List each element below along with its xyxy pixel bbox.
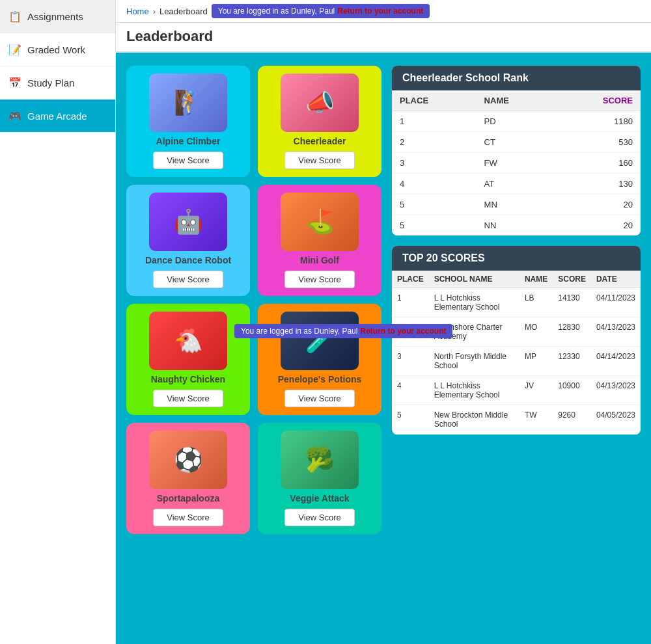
top20-score: 10900 bbox=[553, 376, 591, 405]
top20-name: TW bbox=[519, 405, 553, 435]
login-text: You are logged in as Dunley, Paul bbox=[218, 7, 335, 16]
view-score-mini-golf[interactable]: View Score bbox=[284, 271, 355, 288]
rank-place: 2 bbox=[392, 132, 477, 153]
game-name-alpine-climber: Alpine Climber bbox=[156, 136, 221, 146]
rank-name: FW bbox=[477, 153, 554, 174]
page-title: Leaderboard bbox=[126, 28, 641, 45]
top20-col-score: SCORE bbox=[553, 271, 591, 288]
top20-date: 04/05/2023 bbox=[591, 405, 641, 435]
top20-score: 9260 bbox=[553, 405, 591, 435]
top20-table-row: 3 North Forsyth Middle School MP 12330 0… bbox=[392, 347, 641, 376]
login-notification: You are logged in as Dunley, Paul Return… bbox=[212, 4, 430, 18]
rank-table-row: 4 AT 130 bbox=[392, 174, 641, 195]
top20-table-row: 1 L L Hotchkiss Elementary School LB 141… bbox=[392, 288, 641, 317]
game-card-mini-golf[interactable]: ⛳ Mini Golf View Score bbox=[258, 185, 381, 296]
top20-date: 04/14/2023 bbox=[591, 347, 641, 376]
top20-school: L L Hotchkiss Elementary School bbox=[429, 376, 519, 405]
sidebar-label-game-arcade: Game Arcade bbox=[27, 111, 87, 122]
notification-banner: You are logged in as Dunley, Paul Return… bbox=[234, 324, 452, 338]
top20-table: PLACE SCHOOL NAME NAME SCORE DATE 1 L L … bbox=[392, 271, 641, 435]
top20-col-place: PLACE bbox=[392, 271, 429, 288]
view-score-cheerleader[interactable]: View Score bbox=[284, 152, 355, 169]
top20-score: 12330 bbox=[553, 347, 591, 376]
return-to-account-link[interactable]: Return to your account bbox=[337, 7, 423, 16]
sidebar-item-assignments[interactable]: 📋 Assignments bbox=[0, 0, 115, 33]
view-score-veggie-attack[interactable]: View Score bbox=[284, 509, 355, 526]
rank-place: 5 bbox=[392, 195, 477, 215]
rank-col-place: PLACE bbox=[392, 90, 477, 111]
content-area: 🧗 Alpine Climber View Score 📣 Cheerleade… bbox=[116, 53, 651, 547]
rank-score: 20 bbox=[553, 215, 641, 236]
rank-table-row: 5 MN 20 bbox=[392, 195, 641, 215]
graded-work-icon: 📝 bbox=[8, 42, 22, 57]
view-score-sportapalooza[interactable]: View Score bbox=[153, 509, 223, 526]
view-score-dance-dance-robot[interactable]: View Score bbox=[153, 271, 223, 288]
breadcrumb-current: Leaderboard bbox=[159, 7, 208, 16]
rank-score: 160 bbox=[553, 153, 641, 174]
top20-school: North Forsyth Middle School bbox=[429, 347, 519, 376]
cheerleader-rank-panel: Cheerleader School Rank PLACE NAME SCORE… bbox=[392, 66, 641, 235]
top20-title: TOP 20 SCORES bbox=[392, 246, 641, 271]
rank-table-row: 3 FW 160 bbox=[392, 153, 641, 174]
sidebar-item-game-arcade[interactable]: 🎮 Game Arcade bbox=[0, 100, 115, 133]
top20-date: 04/13/2023 bbox=[591, 317, 641, 347]
notification-text: You are logged in as Dunley, Paul bbox=[241, 327, 357, 336]
top20-place: 5 bbox=[392, 405, 429, 435]
game-card-sportapalooza[interactable]: ⚽ Sportapalooza View Score bbox=[126, 423, 250, 534]
top20-table-row: 4 L L Hotchkiss Elementary School JV 109… bbox=[392, 376, 641, 405]
rank-place: 1 bbox=[392, 111, 477, 132]
game-thumb-dance-dance-robot: 🤖 bbox=[149, 193, 227, 251]
sidebar-label-graded-work: Graded Work bbox=[27, 44, 85, 55]
top20-col-date: DATE bbox=[591, 271, 641, 288]
game-thumb-sportapalooza: ⚽ bbox=[149, 431, 227, 489]
rank-score: 1180 bbox=[553, 111, 641, 132]
top20-score: 14130 bbox=[553, 288, 591, 317]
view-score-alpine-climber[interactable]: View Score bbox=[153, 152, 223, 169]
game-card-penelopes-potions[interactable]: 🧪 Penelope's Potions View Score bbox=[258, 304, 381, 415]
sidebar: 📋 Assignments 📝 Graded Work 📅 Study Plan… bbox=[0, 0, 116, 644]
top20-col-school: SCHOOL NAME bbox=[429, 271, 519, 288]
top20-name: MP bbox=[519, 347, 553, 376]
top20-panel: TOP 20 SCORES PLACE SCHOOL NAME NAME SCO… bbox=[392, 246, 641, 435]
assignments-icon: 📋 bbox=[8, 9, 22, 23]
rank-place: 5 bbox=[392, 215, 477, 236]
game-card-alpine-climber[interactable]: 🧗 Alpine Climber View Score bbox=[126, 66, 250, 177]
topbar: Home › Leaderboard You are logged in as … bbox=[116, 0, 651, 23]
cheerleader-rank-title: Cheerleader School Rank bbox=[392, 66, 641, 90]
top20-col-name: NAME bbox=[519, 271, 553, 288]
game-thumb-penelopes-potions: 🧪 bbox=[281, 312, 359, 370]
rank-name: NN bbox=[477, 215, 554, 236]
sidebar-item-study-plan[interactable]: 📅 Study Plan bbox=[0, 66, 115, 100]
game-card-naughty-chicken[interactable]: 🐔 Naughty Chicken View Score bbox=[126, 304, 250, 415]
top20-date: 04/11/2023 bbox=[591, 288, 641, 317]
game-card-dance-dance-robot[interactable]: 🤖 Dance Dance Robot View Score bbox=[126, 185, 250, 296]
cheerleader-rank-table: PLACE NAME SCORE 1 PD 1180 2 CT 530 3 FW… bbox=[392, 90, 641, 235]
sidebar-label-assignments: Assignments bbox=[27, 11, 83, 22]
right-panels: Cheerleader School Rank PLACE NAME SCORE… bbox=[392, 66, 641, 534]
breadcrumb-home[interactable]: Home bbox=[126, 7, 149, 16]
view-score-penelopes-potions[interactable]: View Score bbox=[284, 390, 355, 407]
view-score-naughty-chicken[interactable]: View Score bbox=[153, 390, 223, 407]
main-content: Home › Leaderboard You are logged in as … bbox=[116, 0, 651, 644]
game-name-veggie-attack: Veggie Attack bbox=[290, 493, 349, 503]
rank-table-row: 5 NN 20 bbox=[392, 215, 641, 236]
sidebar-item-graded-work[interactable]: 📝 Graded Work bbox=[0, 33, 115, 66]
game-card-cheerleader[interactable]: 📣 Cheerleader View Score bbox=[258, 66, 381, 177]
game-thumb-mini-golf: ⛳ bbox=[281, 193, 359, 251]
rank-score: 530 bbox=[553, 132, 641, 153]
rank-place: 4 bbox=[392, 174, 477, 195]
game-name-naughty-chicken: Naughty Chicken bbox=[151, 374, 225, 384]
rank-col-score: SCORE bbox=[553, 90, 641, 111]
top20-table-row: 5 New Brockton Middle School TW 9260 04/… bbox=[392, 405, 641, 435]
top20-place: 4 bbox=[392, 376, 429, 405]
top20-place: 1 bbox=[392, 288, 429, 317]
rank-name: PD bbox=[477, 111, 554, 132]
top20-place: 3 bbox=[392, 347, 429, 376]
game-card-veggie-attack[interactable]: 🥦 Veggie Attack View Score bbox=[258, 423, 381, 534]
return-link[interactable]: Return to your account bbox=[360, 327, 446, 336]
page-header: Leaderboard bbox=[116, 23, 651, 53]
game-thumb-cheerleader: 📣 bbox=[281, 74, 359, 132]
game-name-cheerleader: Cheerleader bbox=[294, 136, 346, 146]
rank-score: 130 bbox=[553, 174, 641, 195]
top20-school: L L Hotchkiss Elementary School bbox=[429, 288, 519, 317]
